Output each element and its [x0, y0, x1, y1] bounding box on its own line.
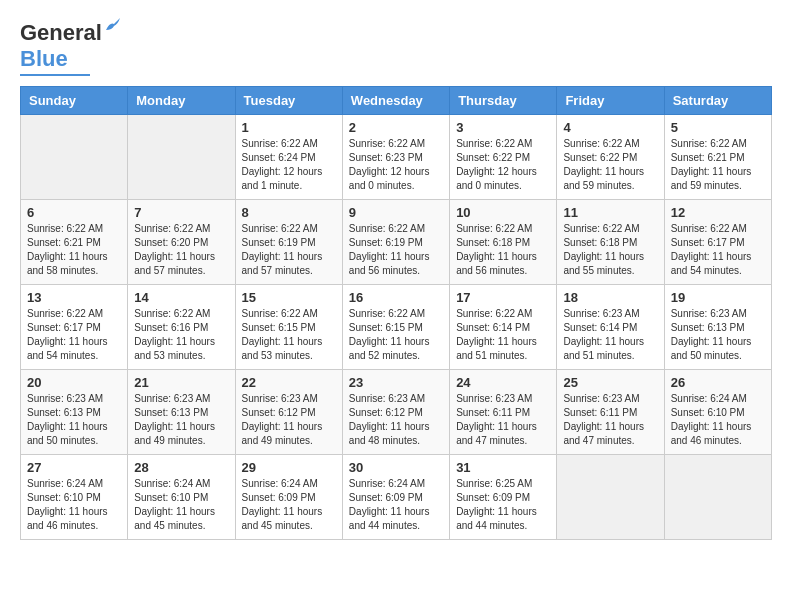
- day-info: Sunrise: 6:22 AMSunset: 6:24 PMDaylight:…: [242, 137, 336, 193]
- calendar-cell: 18Sunrise: 6:23 AMSunset: 6:14 PMDayligh…: [557, 285, 664, 370]
- calendar-cell: 27Sunrise: 6:24 AMSunset: 6:10 PMDayligh…: [21, 455, 128, 540]
- day-info: Sunrise: 6:23 AMSunset: 6:14 PMDaylight:…: [563, 307, 657, 363]
- day-number: 9: [349, 205, 443, 220]
- day-info: Sunrise: 6:22 AMSunset: 6:22 PMDaylight:…: [456, 137, 550, 193]
- calendar-cell: 28Sunrise: 6:24 AMSunset: 6:10 PMDayligh…: [128, 455, 235, 540]
- day-number: 20: [27, 375, 121, 390]
- day-info: Sunrise: 6:22 AMSunset: 6:17 PMDaylight:…: [671, 222, 765, 278]
- calendar-cell: [557, 455, 664, 540]
- week-row-5: 27Sunrise: 6:24 AMSunset: 6:10 PMDayligh…: [21, 455, 772, 540]
- calendar-cell: 29Sunrise: 6:24 AMSunset: 6:09 PMDayligh…: [235, 455, 342, 540]
- logo-bird-icon: [104, 16, 122, 34]
- day-number: 16: [349, 290, 443, 305]
- day-info: Sunrise: 6:22 AMSunset: 6:20 PMDaylight:…: [134, 222, 228, 278]
- day-info: Sunrise: 6:22 AMSunset: 6:18 PMDaylight:…: [456, 222, 550, 278]
- calendar-cell: 7Sunrise: 6:22 AMSunset: 6:20 PMDaylight…: [128, 200, 235, 285]
- day-header-wednesday: Wednesday: [342, 87, 449, 115]
- day-info: Sunrise: 6:24 AMSunset: 6:10 PMDaylight:…: [134, 477, 228, 533]
- calendar-cell: 15Sunrise: 6:22 AMSunset: 6:15 PMDayligh…: [235, 285, 342, 370]
- calendar-cell: 2Sunrise: 6:22 AMSunset: 6:23 PMDaylight…: [342, 115, 449, 200]
- day-number: 27: [27, 460, 121, 475]
- day-number: 2: [349, 120, 443, 135]
- day-number: 26: [671, 375, 765, 390]
- day-number: 7: [134, 205, 228, 220]
- calendar-cell: 17Sunrise: 6:22 AMSunset: 6:14 PMDayligh…: [450, 285, 557, 370]
- day-number: 3: [456, 120, 550, 135]
- day-number: 30: [349, 460, 443, 475]
- day-info: Sunrise: 6:22 AMSunset: 6:15 PMDaylight:…: [349, 307, 443, 363]
- calendar-cell: 9Sunrise: 6:22 AMSunset: 6:19 PMDaylight…: [342, 200, 449, 285]
- day-number: 25: [563, 375, 657, 390]
- calendar-cell: 4Sunrise: 6:22 AMSunset: 6:22 PMDaylight…: [557, 115, 664, 200]
- logo-underline: [20, 74, 90, 76]
- day-info: Sunrise: 6:22 AMSunset: 6:15 PMDaylight:…: [242, 307, 336, 363]
- day-number: 28: [134, 460, 228, 475]
- day-info: Sunrise: 6:25 AMSunset: 6:09 PMDaylight:…: [456, 477, 550, 533]
- calendar-cell: 30Sunrise: 6:24 AMSunset: 6:09 PMDayligh…: [342, 455, 449, 540]
- calendar-cell: 19Sunrise: 6:23 AMSunset: 6:13 PMDayligh…: [664, 285, 771, 370]
- day-number: 19: [671, 290, 765, 305]
- week-row-2: 6Sunrise: 6:22 AMSunset: 6:21 PMDaylight…: [21, 200, 772, 285]
- day-number: 29: [242, 460, 336, 475]
- day-info: Sunrise: 6:22 AMSunset: 6:18 PMDaylight:…: [563, 222, 657, 278]
- calendar-cell: 3Sunrise: 6:22 AMSunset: 6:22 PMDaylight…: [450, 115, 557, 200]
- day-info: Sunrise: 6:23 AMSunset: 6:12 PMDaylight:…: [242, 392, 336, 448]
- day-number: 10: [456, 205, 550, 220]
- calendar-cell: 21Sunrise: 6:23 AMSunset: 6:13 PMDayligh…: [128, 370, 235, 455]
- calendar-cell: 13Sunrise: 6:22 AMSunset: 6:17 PMDayligh…: [21, 285, 128, 370]
- day-header-thursday: Thursday: [450, 87, 557, 115]
- day-info: Sunrise: 6:22 AMSunset: 6:17 PMDaylight:…: [27, 307, 121, 363]
- calendar-cell: 25Sunrise: 6:23 AMSunset: 6:11 PMDayligh…: [557, 370, 664, 455]
- day-number: 14: [134, 290, 228, 305]
- calendar-cell: 31Sunrise: 6:25 AMSunset: 6:09 PMDayligh…: [450, 455, 557, 540]
- calendar-cell: 6Sunrise: 6:22 AMSunset: 6:21 PMDaylight…: [21, 200, 128, 285]
- logo: General Blue: [20, 20, 102, 76]
- calendar-cell: 12Sunrise: 6:22 AMSunset: 6:17 PMDayligh…: [664, 200, 771, 285]
- day-number: 1: [242, 120, 336, 135]
- day-info: Sunrise: 6:22 AMSunset: 6:21 PMDaylight:…: [671, 137, 765, 193]
- day-number: 22: [242, 375, 336, 390]
- week-row-4: 20Sunrise: 6:23 AMSunset: 6:13 PMDayligh…: [21, 370, 772, 455]
- day-info: Sunrise: 6:22 AMSunset: 6:23 PMDaylight:…: [349, 137, 443, 193]
- day-number: 23: [349, 375, 443, 390]
- day-header-monday: Monday: [128, 87, 235, 115]
- day-info: Sunrise: 6:22 AMSunset: 6:14 PMDaylight:…: [456, 307, 550, 363]
- calendar-header-row: SundayMondayTuesdayWednesdayThursdayFrid…: [21, 87, 772, 115]
- week-row-3: 13Sunrise: 6:22 AMSunset: 6:17 PMDayligh…: [21, 285, 772, 370]
- calendar-cell: 11Sunrise: 6:22 AMSunset: 6:18 PMDayligh…: [557, 200, 664, 285]
- day-number: 31: [456, 460, 550, 475]
- day-header-friday: Friday: [557, 87, 664, 115]
- day-info: Sunrise: 6:24 AMSunset: 6:10 PMDaylight:…: [27, 477, 121, 533]
- day-header-sunday: Sunday: [21, 87, 128, 115]
- day-info: Sunrise: 6:23 AMSunset: 6:11 PMDaylight:…: [563, 392, 657, 448]
- day-number: 24: [456, 375, 550, 390]
- day-info: Sunrise: 6:24 AMSunset: 6:09 PMDaylight:…: [349, 477, 443, 533]
- day-info: Sunrise: 6:23 AMSunset: 6:13 PMDaylight:…: [27, 392, 121, 448]
- calendar-cell: 22Sunrise: 6:23 AMSunset: 6:12 PMDayligh…: [235, 370, 342, 455]
- day-info: Sunrise: 6:23 AMSunset: 6:12 PMDaylight:…: [349, 392, 443, 448]
- logo-blue-text: Blue: [20, 46, 68, 71]
- day-header-tuesday: Tuesday: [235, 87, 342, 115]
- day-number: 17: [456, 290, 550, 305]
- calendar-cell: [128, 115, 235, 200]
- calendar-cell: 10Sunrise: 6:22 AMSunset: 6:18 PMDayligh…: [450, 200, 557, 285]
- day-info: Sunrise: 6:23 AMSunset: 6:11 PMDaylight:…: [456, 392, 550, 448]
- day-header-saturday: Saturday: [664, 87, 771, 115]
- page-header: General Blue: [20, 20, 772, 76]
- day-number: 6: [27, 205, 121, 220]
- calendar-cell: 24Sunrise: 6:23 AMSunset: 6:11 PMDayligh…: [450, 370, 557, 455]
- day-info: Sunrise: 6:22 AMSunset: 6:19 PMDaylight:…: [349, 222, 443, 278]
- day-info: Sunrise: 6:22 AMSunset: 6:22 PMDaylight:…: [563, 137, 657, 193]
- day-info: Sunrise: 6:24 AMSunset: 6:10 PMDaylight:…: [671, 392, 765, 448]
- calendar-cell: 5Sunrise: 6:22 AMSunset: 6:21 PMDaylight…: [664, 115, 771, 200]
- day-number: 21: [134, 375, 228, 390]
- day-number: 18: [563, 290, 657, 305]
- day-info: Sunrise: 6:24 AMSunset: 6:09 PMDaylight:…: [242, 477, 336, 533]
- day-number: 15: [242, 290, 336, 305]
- day-number: 8: [242, 205, 336, 220]
- day-info: Sunrise: 6:22 AMSunset: 6:16 PMDaylight:…: [134, 307, 228, 363]
- calendar-cell: 14Sunrise: 6:22 AMSunset: 6:16 PMDayligh…: [128, 285, 235, 370]
- calendar-cell: 1Sunrise: 6:22 AMSunset: 6:24 PMDaylight…: [235, 115, 342, 200]
- day-info: Sunrise: 6:23 AMSunset: 6:13 PMDaylight:…: [671, 307, 765, 363]
- calendar-cell: 16Sunrise: 6:22 AMSunset: 6:15 PMDayligh…: [342, 285, 449, 370]
